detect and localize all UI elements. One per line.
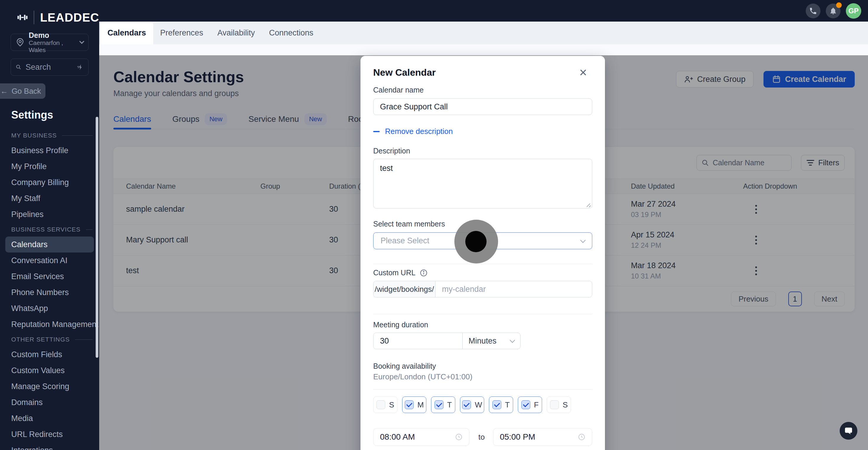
checkbox-icon: [550, 400, 559, 409]
top-header: GP: [99, 0, 868, 22]
sidebar-item-phone-numbers[interactable]: Phone Numbers: [5, 284, 94, 301]
day-checkbox-wednesday[interactable]: W: [460, 396, 484, 413]
phone-icon: [809, 7, 817, 15]
end-time-field[interactable]: 05:00 PM: [493, 428, 592, 446]
cursor-dot: [465, 231, 487, 252]
top-tabbar: Calendars Preferences Availability Conne…: [99, 22, 868, 44]
sidebar-item-whatsapp[interactable]: WhatsApp: [5, 301, 94, 316]
sidebar-item-company-billing[interactable]: Company Billing: [5, 174, 94, 190]
tab-preferences[interactable]: Preferences: [153, 22, 211, 44]
weekday-picker: S M T W T F S: [373, 396, 592, 413]
bell-icon: [829, 7, 837, 15]
back-arrow-icon: ←: [0, 87, 8, 96]
checkbox-icon: [492, 400, 501, 409]
chat-bubble-icon: [844, 426, 853, 435]
tab-availability[interactable]: Availability: [210, 22, 262, 44]
sidebar-item-pipelines[interactable]: Pipelines: [5, 206, 94, 222]
sidebar-item-domains[interactable]: Domains: [5, 394, 94, 411]
brand-name: LEADDEC: [40, 11, 99, 24]
notifications-button[interactable]: [826, 4, 841, 18]
checkbox-icon: [521, 400, 530, 409]
clock-icon: [578, 433, 585, 441]
sidebar: LEADDEC Demo Caernarfon , Wales: [0, 0, 99, 450]
nav-section-my-business: MY BUSINESS: [0, 128, 99, 142]
notification-badge: [836, 2, 842, 8]
day-checkbox-sunday[interactable]: S: [373, 396, 397, 413]
section-divider: [62, 135, 93, 136]
sidebar-item-custom-values[interactable]: Custom Values: [5, 363, 94, 378]
sidebar-item-business-profile[interactable]: Business Profile: [5, 142, 94, 159]
day-checkbox-friday[interactable]: F: [518, 396, 542, 413]
custom-url-group: /widget/bookings/: [373, 281, 592, 298]
clock-icon: [455, 433, 463, 441]
sidebar-item-calendars[interactable]: Calendars: [5, 236, 94, 253]
tab-calendars[interactable]: Calendars: [100, 22, 153, 44]
start-time-field[interactable]: 08:00 AM: [373, 428, 469, 446]
logo-divider: [34, 11, 34, 24]
custom-url-input[interactable]: [435, 281, 592, 297]
sidebar-item-url-redirects[interactable]: URL Redirects: [5, 426, 94, 442]
breadcrumb-strip: [99, 44, 868, 55]
description-label: Description: [373, 147, 592, 155]
sidebar-scrollbar[interactable]: [96, 117, 98, 358]
location-selector[interactable]: Demo Caernarfon , Wales: [11, 34, 89, 51]
checkbox-icon: [435, 400, 443, 409]
day-checkbox-saturday[interactable]: S: [547, 396, 571, 413]
tab-connections[interactable]: Connections: [262, 22, 320, 44]
custom-url-label: Custom URL: [373, 269, 415, 277]
calendar-name-label: Calendar name: [373, 86, 592, 94]
sidebar-item-my-staff[interactable]: My Staff: [5, 190, 94, 206]
url-prefix: /widget/bookings/: [373, 281, 435, 297]
booking-availability-label: Booking availability: [373, 362, 592, 370]
sidebar-item-custom-fields[interactable]: Custom Fields: [5, 346, 94, 363]
remove-description-link[interactable]: Remove description: [373, 127, 592, 136]
avatar[interactable]: GP: [846, 3, 861, 19]
dumbbell-icon: [17, 12, 28, 23]
nav-section-business-services: BUSINESS SERVICES: [0, 222, 99, 236]
calendar-name-input[interactable]: [373, 99, 592, 115]
sidebar-item-my-profile[interactable]: My Profile: [5, 159, 94, 174]
duration-value-input[interactable]: [373, 333, 463, 349]
close-icon[interactable]: ×: [579, 67, 587, 78]
location-name: Demo: [29, 31, 76, 39]
info-icon: [420, 269, 428, 277]
chevron-down-icon: [80, 39, 85, 44]
meeting-duration-group: Minutes: [373, 333, 521, 349]
to-label: to: [478, 432, 485, 442]
go-back-label: Go Back: [11, 87, 41, 96]
checkbox-icon: [462, 400, 471, 409]
location-subtitle: Caernarfon , Wales: [29, 39, 76, 54]
checkbox-icon: [405, 400, 414, 409]
section-divider: [75, 339, 93, 340]
divider: [373, 389, 592, 390]
sidebar-item-media[interactable]: Media: [5, 411, 94, 426]
settings-nav: MY BUSINESS Business Profile My Profile …: [0, 128, 99, 450]
sidebar-search[interactable]: [11, 59, 89, 76]
checkbox-icon: [376, 400, 385, 409]
sidebar-item-integrations[interactable]: Integrations: [5, 442, 94, 450]
divider: [373, 264, 592, 264]
phone-button[interactable]: [806, 4, 820, 18]
sidebar-search-input[interactable]: [26, 63, 73, 72]
nav-section-other-settings: OTHER SETTINGS: [0, 332, 99, 346]
support-chat-button[interactable]: [840, 422, 857, 440]
day-checkbox-thursday[interactable]: T: [489, 396, 513, 413]
sidebar-item-conversation-ai[interactable]: Conversation AI: [5, 253, 94, 269]
description-textarea[interactable]: test: [373, 159, 592, 208]
chevron-down-icon: [509, 337, 515, 343]
sidebar-title: Settings: [11, 109, 99, 121]
sidebar-item-reputation-management[interactable]: Reputation Management: [5, 316, 94, 332]
timezone-text: Europe/London (UTC+01:00): [373, 372, 592, 382]
duration-unit-select[interactable]: Minutes: [463, 333, 520, 349]
app-root: LEADDEC Demo Caernarfon , Wales: [0, 0, 868, 450]
sidebar-item-manage-scoring[interactable]: Manage Scoring: [5, 378, 94, 394]
divider: [373, 314, 592, 314]
day-checkbox-tuesday[interactable]: T: [431, 396, 455, 413]
brand-logo: LEADDEC: [0, 0, 99, 24]
quick-actions-icon: [77, 62, 84, 72]
go-back-button[interactable]: ← Go Back: [0, 83, 45, 99]
chevron-down-icon: [580, 237, 585, 243]
section-divider: [86, 229, 93, 230]
sidebar-item-email-services[interactable]: Email Services: [5, 269, 94, 284]
day-checkbox-monday[interactable]: M: [402, 396, 426, 413]
